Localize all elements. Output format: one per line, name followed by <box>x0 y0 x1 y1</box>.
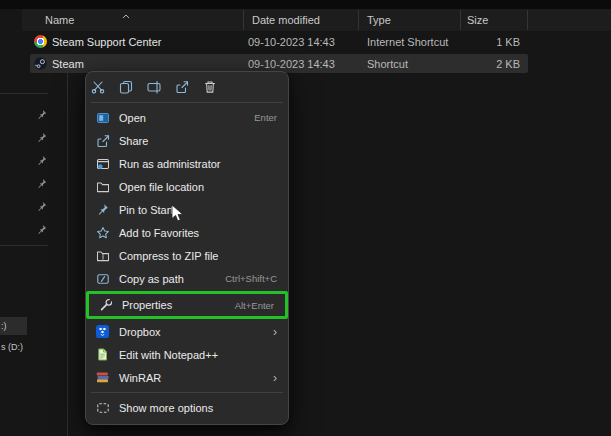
top-band <box>0 0 611 9</box>
menu-item-open[interactable]: OpenEnter <box>86 106 288 129</box>
notepadpp-icon <box>95 347 110 362</box>
file-size: 2 KB <box>452 58 520 70</box>
file-date: 09-10-2023 14:43 <box>248 36 335 48</box>
menu-item-label: Copy as path <box>119 273 184 285</box>
share-icon[interactable] <box>175 80 189 94</box>
menu-separator <box>91 102 283 103</box>
wrench-icon <box>98 298 113 313</box>
admin-icon <box>95 156 110 171</box>
column-divider[interactable] <box>460 10 461 30</box>
copy-path-icon <box>95 271 110 286</box>
nav-pinned-items <box>36 106 47 244</box>
menu-item-label: Pin to Start <box>119 204 173 216</box>
nav-drive-d-label-fragment[interactable]: s (D:) <box>1 342 23 352</box>
menu-item-shortcut: Alt+Enter <box>235 300 274 311</box>
menu-item-share[interactable]: Share <box>86 129 288 152</box>
pinned-icon <box>36 106 47 129</box>
menu-separator <box>91 392 283 393</box>
pinned-icon <box>36 198 47 221</box>
menu-item-show-more-options[interactable]: Show more options <box>86 396 288 419</box>
steam-shortcut-icon <box>34 56 47 74</box>
menu-item-copy-as-path[interactable]: Copy as pathCtrl+Shift+C <box>86 267 288 290</box>
menu-item-winrar[interactable]: WinRAR› <box>86 366 288 389</box>
file-size: 1 KB <box>452 36 520 48</box>
menu-item-add-to-favorites[interactable]: Add to Favorites <box>86 221 288 244</box>
file-name[interactable]: Steam <box>52 58 84 70</box>
green-highlight-box: PropertiesAlt+Enter <box>86 291 288 319</box>
winrar-icon <box>95 370 110 385</box>
menu-item-pin-to-start[interactable]: Pin to Start <box>86 198 288 221</box>
nav-pane-divider[interactable] <box>67 71 68 436</box>
file-type: Shortcut <box>367 58 408 70</box>
menu-item-label: Dropbox <box>119 326 161 338</box>
pinned-icon <box>36 175 47 198</box>
menu-item-shortcut: Enter <box>254 112 277 123</box>
menu-item-run-as-administrator[interactable]: Run as administrator <box>86 152 288 175</box>
nav-drive-label-fragment[interactable]: :) <box>1 321 7 331</box>
column-header-type[interactable]: Type <box>367 14 391 26</box>
pinned-icon <box>36 129 47 152</box>
column-header-date[interactable]: Date modified <box>252 14 320 26</box>
delete-icon[interactable] <box>203 80 217 94</box>
menu-item-label: Run as administrator <box>119 158 221 170</box>
menu-item-label: Add to Favorites <box>119 227 199 239</box>
star-icon <box>95 225 110 240</box>
file-type: Internet Shortcut <box>367 36 448 48</box>
internet-shortcut-chrome-icon <box>34 35 47 48</box>
menu-item-properties[interactable]: PropertiesAlt+Enter <box>89 294 285 316</box>
quick-actions-row <box>86 75 288 99</box>
nav-separator <box>0 93 48 94</box>
menu-item-label: Compress to ZIP file <box>119 250 218 262</box>
column-divider[interactable] <box>358 10 359 30</box>
menu-item-label: Open file location <box>119 181 204 193</box>
cut-icon[interactable] <box>91 80 105 94</box>
show-more-icon <box>95 400 110 415</box>
folder-icon <box>95 179 110 194</box>
share-icon <box>95 133 110 148</box>
menu-item-shortcut: Ctrl+Shift+C <box>225 273 277 284</box>
nav-separator <box>0 245 48 246</box>
menu-item-label: Share <box>119 135 148 147</box>
file-name[interactable]: Steam Support Center <box>52 36 161 48</box>
pinned-icon <box>36 221 47 244</box>
pinned-icon <box>36 152 47 175</box>
sort-ascending-icon <box>122 5 130 23</box>
open-app-icon <box>95 110 110 125</box>
dropbox-icon <box>95 324 110 339</box>
menu-item-label: Properties <box>122 299 172 311</box>
column-divider[interactable] <box>243 10 244 30</box>
menu-item-edit-with-notepad[interactable]: Edit with Notepad++ <box>86 343 288 366</box>
zip-icon <box>95 248 110 263</box>
submenu-chevron-icon: › <box>273 326 277 338</box>
context-menu: OpenEnterShareRun as administratorOpen f… <box>85 71 289 425</box>
file-date: 09-10-2023 14:43 <box>248 58 335 70</box>
menu-item-label: Edit with Notepad++ <box>119 349 218 361</box>
column-divider[interactable] <box>527 10 528 30</box>
rename-icon[interactable] <box>147 80 161 94</box>
menu-item-dropbox[interactable]: Dropbox› <box>86 320 288 343</box>
menu-item-label: Open <box>119 112 146 124</box>
menu-item-label: WinRAR <box>119 372 161 384</box>
submenu-chevron-icon: › <box>273 372 277 384</box>
menu-item-compress-to-zip-file[interactable]: Compress to ZIP file <box>86 244 288 267</box>
column-header-name[interactable]: Name <box>45 14 74 26</box>
column-header-size[interactable]: Size <box>467 14 488 26</box>
copy-icon[interactable] <box>119 80 133 94</box>
menu-item-open-file-location[interactable]: Open file location <box>86 175 288 198</box>
menu-item-label: Show more options <box>119 402 213 414</box>
pin-icon <box>95 202 110 217</box>
explorer-window: Name Date modified Type Size Steam Suppo… <box>0 0 611 436</box>
mouse-cursor <box>171 204 184 227</box>
